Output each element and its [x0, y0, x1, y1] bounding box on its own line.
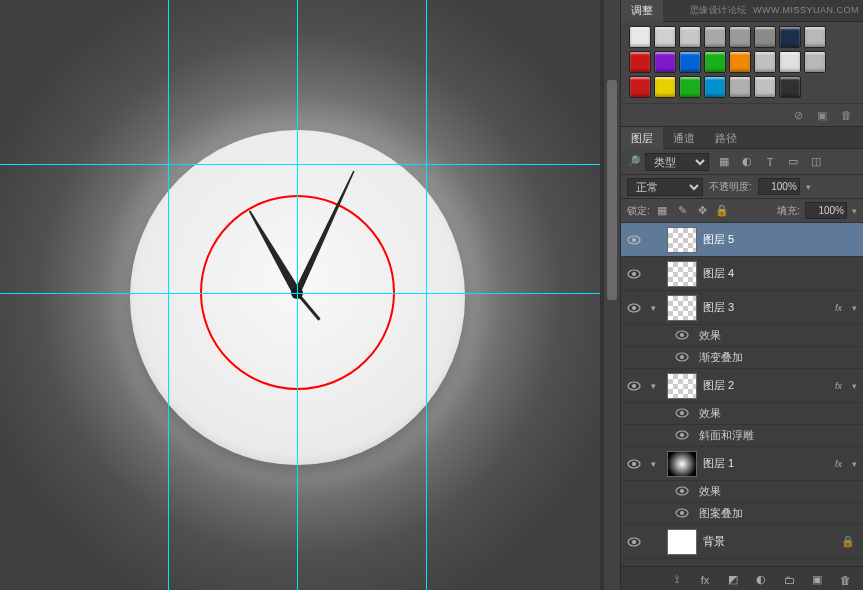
adjustment-layer-icon[interactable]: ◐: [753, 572, 769, 588]
guide-vertical[interactable]: [297, 0, 298, 590]
layer-thumbnail[interactable]: [667, 451, 697, 477]
delete-style-icon[interactable]: 🗑: [839, 108, 853, 122]
style-swatch[interactable]: [629, 26, 651, 48]
layer-group-icon[interactable]: 🗀: [781, 572, 797, 588]
layer-row[interactable]: ▾图层 3fx▾: [621, 291, 863, 325]
disclosure-triangle[interactable]: ▾: [651, 459, 661, 469]
style-swatch[interactable]: [654, 51, 676, 73]
visibility-toggle[interactable]: [623, 537, 645, 547]
tab-adjustments[interactable]: 调整: [621, 0, 663, 22]
style-swatch[interactable]: [729, 26, 751, 48]
style-swatch[interactable]: [629, 51, 651, 73]
no-style-icon[interactable]: ⊘: [791, 108, 805, 122]
style-swatch[interactable]: [654, 26, 676, 48]
style-swatch[interactable]: [679, 76, 701, 98]
style-swatch[interactable]: [704, 26, 726, 48]
layer-effect-row[interactable]: 图案叠加: [621, 503, 863, 525]
layer-thumbnail[interactable]: [667, 373, 697, 399]
vertical-scrollbar[interactable]: [604, 0, 620, 590]
layer-name[interactable]: 图层 5: [703, 232, 859, 247]
lock-transparency-icon[interactable]: ▦: [655, 203, 670, 218]
filter-shape-icon[interactable]: ▭: [786, 155, 800, 169]
visibility-toggle[interactable]: [623, 381, 645, 391]
style-swatch[interactable]: [704, 76, 726, 98]
style-swatch[interactable]: [754, 76, 776, 98]
chevron-down-icon[interactable]: ▾: [852, 459, 857, 469]
style-swatch[interactable]: [754, 26, 776, 48]
layer-name[interactable]: 图层 1: [703, 456, 829, 471]
style-swatch[interactable]: [729, 51, 751, 73]
effect-visibility-toggle[interactable]: [671, 507, 693, 521]
visibility-toggle[interactable]: [623, 459, 645, 469]
fill-input[interactable]: [805, 202, 847, 219]
canvas[interactable]: [0, 0, 600, 590]
style-swatch[interactable]: [779, 51, 801, 73]
delete-layer-icon[interactable]: 🗑: [837, 572, 853, 588]
layer-row[interactable]: ▾图层 2fx▾: [621, 369, 863, 403]
lock-position-icon[interactable]: ✥: [695, 203, 710, 218]
style-swatch[interactable]: [754, 51, 776, 73]
style-swatch[interactable]: [629, 76, 651, 98]
filter-adjust-icon[interactable]: ◐: [740, 155, 754, 169]
canvas-area[interactable]: [0, 0, 620, 590]
layer-effect-row[interactable]: 效果: [621, 481, 863, 503]
chevron-down-icon[interactable]: ▾: [852, 206, 857, 216]
layer-mask-icon[interactable]: ◩: [725, 572, 741, 588]
disclosure-triangle[interactable]: ▾: [651, 381, 661, 391]
effect-visibility-toggle[interactable]: [671, 351, 693, 365]
tab-layers[interactable]: 图层: [621, 127, 663, 149]
layer-name[interactable]: 图层 4: [703, 266, 859, 281]
layer-row[interactable]: 图层 4: [621, 257, 863, 291]
layer-thumbnail[interactable]: [667, 295, 697, 321]
guide-vertical[interactable]: [426, 0, 427, 590]
style-swatch[interactable]: [779, 26, 801, 48]
effect-visibility-toggle[interactable]: [671, 407, 693, 421]
layer-name[interactable]: 图层 3: [703, 300, 829, 315]
style-swatch[interactable]: [779, 76, 801, 98]
layer-thumbnail[interactable]: [667, 261, 697, 287]
filter-kind-select[interactable]: 类型: [645, 153, 709, 171]
blend-mode-select[interactable]: 正常: [627, 178, 703, 196]
link-layers-icon[interactable]: ⟟: [669, 572, 685, 588]
layer-effect-row[interactable]: 效果: [621, 325, 863, 347]
layer-thumbnail[interactable]: [667, 227, 697, 253]
layer-name[interactable]: 背景: [703, 534, 835, 549]
chevron-down-icon[interactable]: ▾: [852, 303, 857, 313]
lock-all-icon[interactable]: 🔒: [715, 203, 730, 218]
layer-name[interactable]: 图层 2: [703, 378, 829, 393]
fx-badge[interactable]: fx: [835, 459, 842, 469]
visibility-toggle[interactable]: [623, 235, 645, 245]
effect-visibility-toggle[interactable]: [671, 329, 693, 343]
layer-row[interactable]: ▾图层 1fx▾: [621, 447, 863, 481]
fx-badge[interactable]: fx: [835, 381, 842, 391]
new-style-icon[interactable]: ▣: [815, 108, 829, 122]
style-swatch[interactable]: [804, 51, 826, 73]
tab-paths[interactable]: 路径: [705, 127, 747, 149]
layer-effect-row[interactable]: 斜面和浮雕: [621, 425, 863, 447]
tab-channels[interactable]: 通道: [663, 127, 705, 149]
filter-type-icon[interactable]: T: [763, 155, 777, 169]
disclosure-triangle[interactable]: ▾: [651, 303, 661, 313]
layer-row[interactable]: 图层 5: [621, 223, 863, 257]
visibility-toggle[interactable]: [623, 269, 645, 279]
style-swatch[interactable]: [679, 26, 701, 48]
guide-horizontal[interactable]: [0, 293, 600, 294]
layer-style-icon[interactable]: fx: [697, 572, 713, 588]
filter-smart-icon[interactable]: ◫: [809, 155, 823, 169]
new-layer-icon[interactable]: ▣: [809, 572, 825, 588]
layer-row[interactable]: 背景🔒: [621, 525, 863, 559]
layer-thumbnail[interactable]: [667, 529, 697, 555]
guide-horizontal[interactable]: [0, 164, 600, 165]
chevron-down-icon[interactable]: ▾: [806, 182, 811, 192]
lock-image-icon[interactable]: ✎: [675, 203, 690, 218]
chevron-down-icon[interactable]: ▾: [852, 381, 857, 391]
fx-badge[interactable]: fx: [835, 303, 842, 313]
style-swatch[interactable]: [729, 76, 751, 98]
visibility-toggle[interactable]: [623, 303, 645, 313]
guide-vertical[interactable]: [168, 0, 169, 590]
style-swatch[interactable]: [654, 76, 676, 98]
opacity-input[interactable]: [758, 178, 800, 195]
style-swatch[interactable]: [704, 51, 726, 73]
style-swatch[interactable]: [804, 26, 826, 48]
layer-effect-row[interactable]: 渐变叠加: [621, 347, 863, 369]
